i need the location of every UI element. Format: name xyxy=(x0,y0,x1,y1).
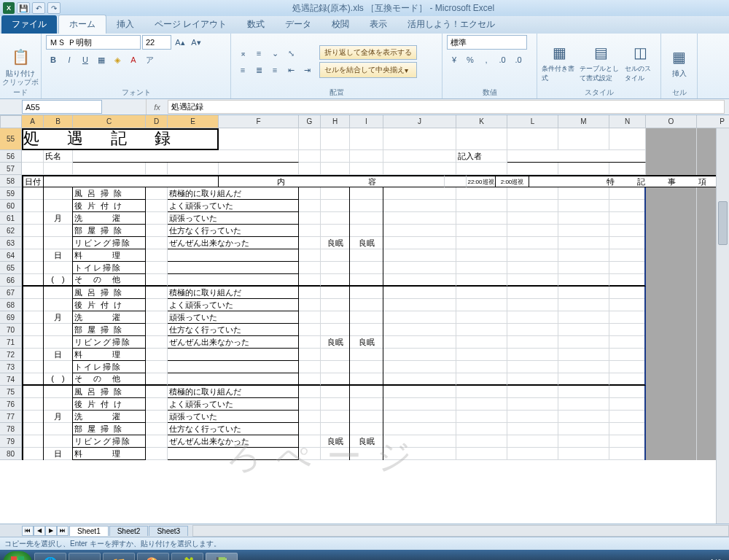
cell-O75[interactable] xyxy=(646,386,697,398)
cell-J79[interactable] xyxy=(383,435,456,448)
cell-I71[interactable]: 良眠 xyxy=(350,336,383,349)
col-header-I[interactable]: I xyxy=(350,115,383,128)
cell-O63[interactable] xyxy=(646,237,697,249)
cell-C62[interactable]: 部 屋 掃 除 xyxy=(73,225,146,237)
fx-icon[interactable]: fx xyxy=(146,99,168,114)
cell-O62[interactable] xyxy=(646,225,697,237)
col-header-L[interactable]: L xyxy=(507,115,558,128)
cell-O77[interactable] xyxy=(646,411,697,423)
cell-B70[interactable] xyxy=(44,324,73,336)
cell-N70[interactable] xyxy=(609,324,646,336)
cell-D66[interactable] xyxy=(146,274,168,287)
cell-L57[interactable] xyxy=(507,163,558,175)
cell-H79[interactable]: 良眠 xyxy=(321,435,350,448)
cell-L55[interactable] xyxy=(507,128,558,150)
row-header-73[interactable]: 73 xyxy=(0,361,22,373)
cell-G68[interactable] xyxy=(299,299,321,311)
cell-G74[interactable] xyxy=(299,373,321,386)
cell-I63[interactable]: 良眠 xyxy=(350,237,383,249)
cell-K70[interactable] xyxy=(456,324,507,336)
cell-A56[interactable] xyxy=(22,150,44,163)
cell-A57[interactable] xyxy=(22,163,44,175)
row-header-62[interactable]: 62 xyxy=(0,225,22,237)
cell-D67[interactable] xyxy=(146,287,168,299)
tab-formulas[interactable]: 数式 xyxy=(237,15,275,34)
align-middle-button[interactable]: ≡ xyxy=(252,46,266,61)
cell-A67[interactable] xyxy=(22,287,44,299)
cell-G70[interactable] xyxy=(299,324,321,336)
cell-N80[interactable] xyxy=(609,448,646,460)
cell-I56[interactable] xyxy=(350,150,383,163)
cell-K80[interactable] xyxy=(456,448,507,460)
cell-J58[interactable]: 特 記 事 項 xyxy=(529,175,729,187)
cell-M75[interactable] xyxy=(558,386,609,398)
col-header-E[interactable]: E xyxy=(168,115,219,128)
cell-M55[interactable] xyxy=(558,128,609,150)
row-header-64[interactable]: 64 xyxy=(0,249,22,262)
row-header-66[interactable]: 66 xyxy=(0,274,22,287)
cell-E69[interactable]: 頑張っていた xyxy=(168,311,299,324)
cell-M63[interactable] xyxy=(558,237,609,249)
cell-K63[interactable] xyxy=(456,237,507,249)
cell-K62[interactable] xyxy=(456,225,507,237)
cell-L75[interactable] xyxy=(507,386,558,398)
tab-data[interactable]: データ xyxy=(275,15,321,34)
indent-decrease-button[interactable]: ⇤ xyxy=(284,63,298,77)
cell-K66[interactable] xyxy=(456,274,507,287)
cell-D70[interactable] xyxy=(146,324,168,336)
row-header-69[interactable]: 69 xyxy=(0,311,22,324)
cell-H75[interactable] xyxy=(321,386,350,398)
underline-button[interactable]: U xyxy=(78,52,93,67)
cell-E76[interactable]: よく頑張っていた xyxy=(168,398,299,411)
sheet-nav-first[interactable]: ⏮ xyxy=(22,526,34,536)
cell-J74[interactable] xyxy=(383,373,456,386)
cell-L64[interactable] xyxy=(507,249,558,262)
cell-M68[interactable] xyxy=(558,299,609,311)
cell-C66[interactable]: そ の 他 xyxy=(73,274,146,287)
row-header-59[interactable]: 59 xyxy=(0,187,22,200)
cell-D57[interactable] xyxy=(146,163,168,175)
cell-H62[interactable] xyxy=(321,225,350,237)
cell-M62[interactable] xyxy=(558,225,609,237)
row-header-57[interactable]: 57 xyxy=(0,163,22,175)
cell-B77[interactable]: 月 xyxy=(44,411,73,423)
col-header-C[interactable]: C xyxy=(73,115,146,128)
cell-M64[interactable] xyxy=(558,249,609,262)
cell-N62[interactable] xyxy=(609,225,646,237)
border-button[interactable]: ▦ xyxy=(94,52,109,67)
cell-G66[interactable] xyxy=(299,274,321,287)
cell-K59[interactable] xyxy=(456,187,507,200)
save-button[interactable]: 💾 xyxy=(17,2,30,14)
cell-A62[interactable] xyxy=(22,225,44,237)
cell-A76[interactable] xyxy=(22,398,44,411)
sheet-tab-2[interactable]: Sheet2 xyxy=(109,526,149,536)
cell-G77[interactable] xyxy=(299,411,321,423)
cell-I70[interactable] xyxy=(350,324,383,336)
cell-K78[interactable] xyxy=(456,423,507,435)
cell-K72[interactable] xyxy=(456,349,507,361)
cell-K75[interactable] xyxy=(456,386,507,398)
cell-G57[interactable] xyxy=(299,163,321,175)
cell-J69[interactable] xyxy=(383,311,456,324)
cell-J57[interactable] xyxy=(383,163,456,175)
cell-E80[interactable] xyxy=(168,448,299,460)
cell-K55[interactable] xyxy=(456,128,507,150)
italic-button[interactable]: I xyxy=(62,52,77,67)
cell-E65[interactable] xyxy=(168,262,299,274)
cell-B63[interactable] xyxy=(44,237,73,249)
cell-E73[interactable] xyxy=(168,361,299,373)
cell-B64[interactable]: 日 xyxy=(44,249,73,262)
cell-J73[interactable] xyxy=(383,361,456,373)
cell-E62[interactable]: 仕方なく行っていた xyxy=(168,225,299,237)
cell-D61[interactable] xyxy=(146,212,168,225)
row-header-61[interactable]: 61 xyxy=(0,212,22,225)
cell-K71[interactable] xyxy=(456,336,507,349)
cell-H55[interactable] xyxy=(321,128,350,150)
cell-E79[interactable]: ぜんぜん出来なかった xyxy=(168,435,299,448)
cell-L68[interactable] xyxy=(507,299,558,311)
cell-A58[interactable]: 日付 xyxy=(22,175,44,187)
cell-A65[interactable] xyxy=(22,262,44,274)
cell-L76[interactable] xyxy=(507,398,558,411)
font-color-button[interactable]: A xyxy=(126,52,141,67)
cell-B75[interactable] xyxy=(44,386,73,398)
